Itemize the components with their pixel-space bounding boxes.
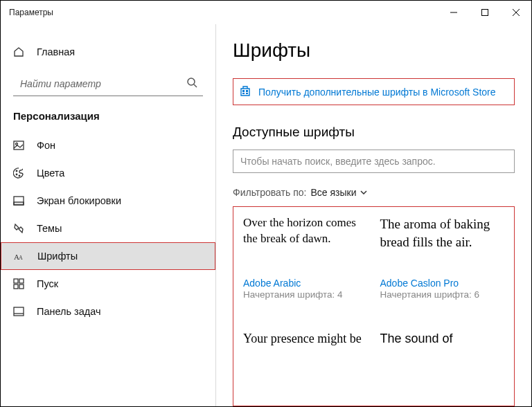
svg-rect-19 [14, 307, 24, 316]
svg-point-8 [16, 170, 17, 172]
filter-label: Фильтровать по: [233, 187, 306, 198]
svg-rect-15 [14, 279, 18, 283]
sidebar-item-label: Шрифты [37, 251, 78, 262]
store-icon [239, 84, 251, 99]
svg-line-5 [194, 84, 197, 87]
sidebar-item-background[interactable]: Фон [1, 132, 215, 159]
svg-rect-23 [242, 93, 245, 94]
sidebar-home-label: Главная [37, 46, 75, 57]
window-controls [438, 2, 531, 23]
titlebar: Параметры [1, 1, 531, 24]
section-title: Доступные шрифты [233, 125, 515, 140]
sidebar: Главная Персонализация Фон Цвета Экран б… [1, 24, 215, 406]
lockscreen-icon [13, 195, 30, 206]
font-sample: Over the horizon comes the break of dawn… [243, 215, 368, 266]
svg-rect-16 [19, 279, 24, 283]
fonts-icon: AA [14, 251, 30, 262]
font-name: Adobe Caslon Pro [380, 278, 505, 289]
sidebar-item-label: Фон [37, 140, 55, 151]
main-layout: Главная Персонализация Фон Цвета Экран б… [1, 24, 531, 406]
sidebar-item-start[interactable]: Пуск [1, 270, 215, 298]
font-card[interactable]: Your presence might be [243, 330, 368, 397]
themes-icon [13, 223, 30, 234]
window-title: Параметры [1, 8, 53, 17]
sidebar-item-lockscreen[interactable]: Экран блокировки [1, 187, 215, 215]
svg-text:A: A [19, 255, 23, 261]
font-card[interactable]: Over the horizon comes the break of dawn… [243, 215, 368, 316]
svg-rect-18 [19, 284, 24, 289]
main-content: Шрифты Получить дополнительные шрифты в … [216, 24, 531, 406]
filter-value: Все языки [310, 187, 356, 198]
font-styles: Начертания шрифта: 4 [243, 289, 368, 301]
filter-row[interactable]: Фильтровать по: Все языки [233, 187, 515, 198]
taskbar-icon [13, 306, 30, 317]
sidebar-item-label: Цвета [37, 168, 64, 179]
svg-rect-1 [481, 10, 488, 16]
sidebar-item-fonts[interactable]: AA Шрифты [1, 242, 215, 270]
font-sample: The sound of [380, 330, 505, 381]
store-link-box[interactable]: Получить дополнительные шрифты в Microso… [233, 78, 515, 105]
home-icon [13, 46, 30, 57]
store-link-text: Получить дополнительные шрифты в Microso… [258, 87, 496, 98]
minimize-button[interactable] [438, 2, 469, 23]
search-icon [186, 77, 197, 90]
sidebar-item-label: Экран блокировки [37, 195, 121, 206]
palette-icon [13, 168, 30, 179]
sidebar-item-label: Пуск [37, 278, 58, 289]
start-icon [13, 278, 30, 289]
chevron-down-icon [360, 190, 367, 195]
svg-rect-21 [242, 90, 245, 92]
search-wrap [13, 71, 203, 96]
font-card[interactable]: The sound of [380, 330, 505, 397]
svg-rect-24 [246, 93, 248, 94]
font-search-input[interactable] [233, 150, 515, 173]
svg-point-10 [19, 175, 20, 177]
fonts-grid: Over the horizon comes the break of dawn… [233, 206, 515, 406]
sidebar-home[interactable]: Главная [1, 38, 215, 66]
font-sample: The aroma of baking bread fills the air. [380, 215, 505, 266]
svg-point-4 [188, 78, 195, 85]
sidebar-item-label: Панель задач [37, 306, 101, 317]
font-styles: Начертания шрифта: 6 [380, 289, 505, 301]
svg-rect-17 [14, 284, 18, 289]
search-input[interactable] [13, 71, 203, 96]
picture-icon [13, 140, 30, 151]
svg-rect-22 [246, 90, 248, 92]
sidebar-item-taskbar[interactable]: Панель задач [1, 298, 215, 325]
close-button[interactable] [500, 2, 531, 23]
svg-point-9 [16, 174, 17, 175]
sidebar-item-themes[interactable]: Темы [1, 215, 215, 242]
sidebar-item-colors[interactable]: Цвета [1, 159, 215, 187]
font-card[interactable]: The aroma of baking bread fills the air.… [380, 215, 505, 316]
svg-rect-12 [14, 202, 24, 205]
font-name: Adobe Arabic [243, 278, 368, 289]
sidebar-item-label: Темы [37, 223, 62, 234]
font-sample: Your presence might be [243, 330, 368, 381]
category-header: Персонализация [1, 110, 215, 132]
page-title: Шрифты [233, 39, 515, 62]
maximize-button[interactable] [469, 2, 500, 23]
svg-point-7 [16, 143, 18, 145]
